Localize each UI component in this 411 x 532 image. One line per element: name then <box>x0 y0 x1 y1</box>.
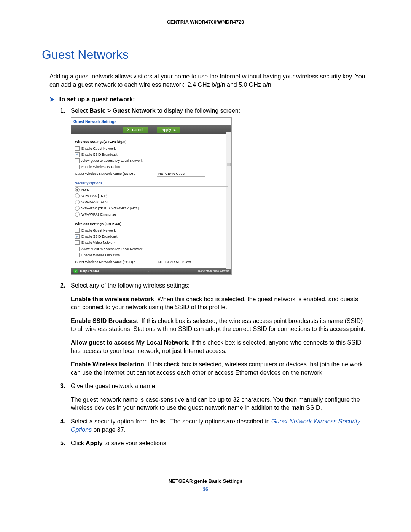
task-arrow-icon: ➤ <box>49 96 54 103</box>
label: Enable Guest Network <box>81 146 116 151</box>
t: Select a security option from the list. … <box>71 418 271 425</box>
page-number: 36 <box>42 486 369 492</box>
radio-wpa2-aes[interactable] <box>75 200 80 204</box>
play-icon: ▶ <box>174 128 175 132</box>
step-number: 2. <box>60 281 65 290</box>
footer-text: NETGEAR genie Basic Settings <box>42 478 369 484</box>
close-icon: ✕ <box>127 128 130 132</box>
t: Enable Wireless Isolation <box>71 361 144 367</box>
t: Allow guest to access My Local Network <box>71 339 188 346</box>
page-footer: NETGEAR genie Basic Settings 36 <box>42 474 369 492</box>
t: Give the guest network a name. <box>71 382 369 390</box>
help-bar: ? Help Center ▴ Show/Hide Help Center <box>71 268 231 274</box>
label: Enable SSID Broadcast <box>81 234 118 239</box>
ssid-label-24: Guest Wireless Network Name (SSID) : <box>75 171 157 176</box>
ssid-input-24[interactable] <box>157 171 206 177</box>
step-number: 5. <box>60 439 65 447</box>
guest-network-settings-ui: Guest Network Settings ✕ Cancel Apply ▶ … <box>71 117 232 275</box>
checkbox-wireless-iso-24[interactable] <box>75 165 80 169</box>
label: None <box>81 187 90 192</box>
label: WPA-PSK [TKIP] + WPA2-PSK [AES] <box>81 206 139 211</box>
section-intro: Adding a guest network allows visitors a… <box>49 72 369 89</box>
step-2-intro: Select any of the following wireless set… <box>71 281 369 290</box>
help-icon[interactable]: ? <box>73 269 78 273</box>
step-number: 1. <box>60 107 65 115</box>
t: to save your selections. <box>103 440 168 446</box>
ssid-input-5[interactable] <box>157 259 206 265</box>
checkbox-enable-guest-5[interactable] <box>75 228 80 233</box>
t: The guest network name is case-sensitive… <box>71 396 369 412</box>
label: WPA2-PSK [AES] <box>81 200 108 204</box>
task-heading: ➤ To set up a guest network: <box>49 96 369 103</box>
label: Enable Wireless Isolation <box>81 253 120 257</box>
label: Allow guest to access My Local Network <box>81 247 143 251</box>
doc-header: CENTRIA WNDR4700/WNDR4720 <box>42 19 369 25</box>
label: WPA-PSK [TKIP] <box>81 193 107 198</box>
apply-label: Apply <box>162 128 171 132</box>
t: Enable this wireless network <box>71 296 154 302</box>
expand-up-icon[interactable]: ▴ <box>147 269 149 273</box>
t: Click <box>71 440 86 446</box>
step-1: 1. Select Basic > Guest Network to displ… <box>60 107 369 275</box>
t: to display the following screen: <box>156 107 240 114</box>
radio-wpa-mixed[interactable] <box>75 206 80 211</box>
checkbox-enable-ssid-24[interactable]: ✔ <box>75 152 80 157</box>
step-number: 3. <box>60 382 65 390</box>
cancel-button[interactable]: ✕ Cancel <box>123 127 148 133</box>
section-24ghz: Wireless Settings(2.4GHz b/g/n) <box>75 138 228 145</box>
step-2: 2. Select any of the following wireless … <box>60 281 369 377</box>
label: WPA/WPA2 Enterprise <box>81 212 116 217</box>
label: Enable Video Network <box>81 240 115 245</box>
label: Allow guest to access My Local Network <box>81 158 143 163</box>
radio-wpa-enterprise[interactable] <box>75 212 80 217</box>
step-4: 4. Select a security option from the lis… <box>60 417 369 434</box>
t: Enable SSID Broadcast <box>71 318 138 324</box>
section-security-options: Security Options <box>75 180 228 187</box>
apply-button[interactable]: Apply ▶ <box>157 127 180 133</box>
ssid-label-5: Guest Wireless Network Name (SSID) : <box>75 260 157 264</box>
section-title: Guest Networks <box>42 48 369 62</box>
help-toggle-link[interactable]: Show/Hide Help Center <box>197 269 229 273</box>
step-1-text: Select Basic > Guest Network to display … <box>71 107 240 114</box>
t: Select <box>71 107 89 114</box>
task-heading-text: To set up a guest network: <box>58 96 135 103</box>
label: Enable SSID Broadcast <box>81 152 118 157</box>
checkbox-enable-guest-24[interactable] <box>75 146 80 151</box>
step-5: 5. Click Apply to save your selections. <box>60 439 369 447</box>
checkbox-wireless-iso-5[interactable] <box>75 253 80 257</box>
t: on page 37. <box>92 427 126 433</box>
checkbox-enable-video-5[interactable] <box>75 240 80 245</box>
ui-button-bar: ✕ Cancel Apply ▶ <box>71 125 231 134</box>
checkbox-allow-local-5[interactable] <box>75 247 80 251</box>
label: Enable Wireless Isolation <box>81 165 120 169</box>
checkbox-enable-ssid-5[interactable]: ✔ <box>75 234 80 239</box>
checkbox-allow-local-24[interactable] <box>75 158 80 163</box>
radio-none[interactable] <box>75 187 80 192</box>
label: Enable Guest Network <box>81 228 116 233</box>
step-number: 4. <box>60 417 65 426</box>
cancel-label: Cancel <box>132 128 143 132</box>
steps-list: 1. Select Basic > Guest Network to displ… <box>60 107 369 447</box>
radio-wpa-tkip[interactable] <box>75 193 80 198</box>
t: Apply <box>86 440 102 446</box>
ui-title: Guest Network Settings <box>71 118 231 126</box>
step-3: 3. Give the guest network a name. The gu… <box>60 382 369 412</box>
help-center-label[interactable]: Help Center <box>80 269 99 273</box>
section-5ghz: Wireless Settings (5GHz a/n) <box>75 220 228 227</box>
t: Basic > Guest Network <box>89 107 156 114</box>
